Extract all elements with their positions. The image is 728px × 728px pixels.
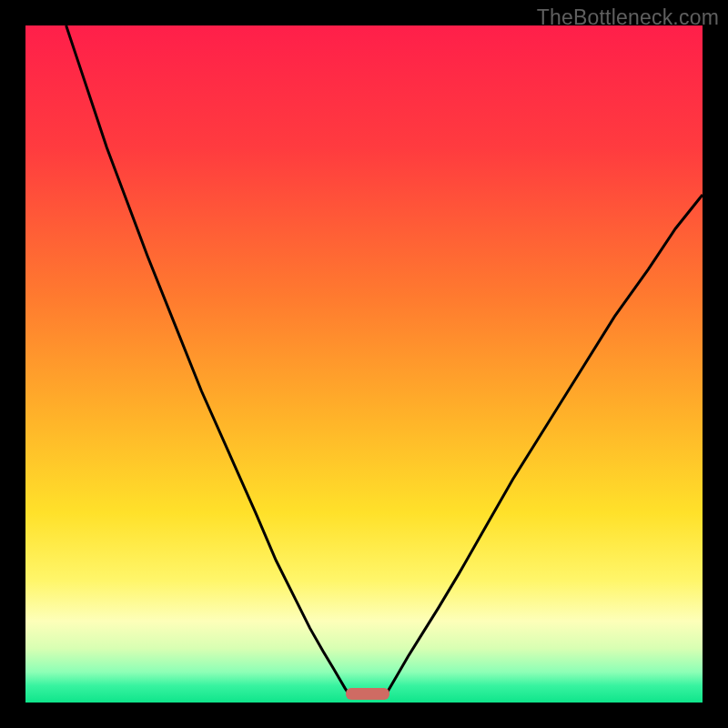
right-curve-path bbox=[383, 195, 703, 699]
curve-layer bbox=[25, 25, 703, 703]
chart-frame: TheBottleneck.com bbox=[0, 0, 728, 728]
plot-area bbox=[25, 25, 703, 703]
left-curve-path bbox=[66, 25, 353, 699]
bottleneck-marker bbox=[346, 688, 389, 700]
